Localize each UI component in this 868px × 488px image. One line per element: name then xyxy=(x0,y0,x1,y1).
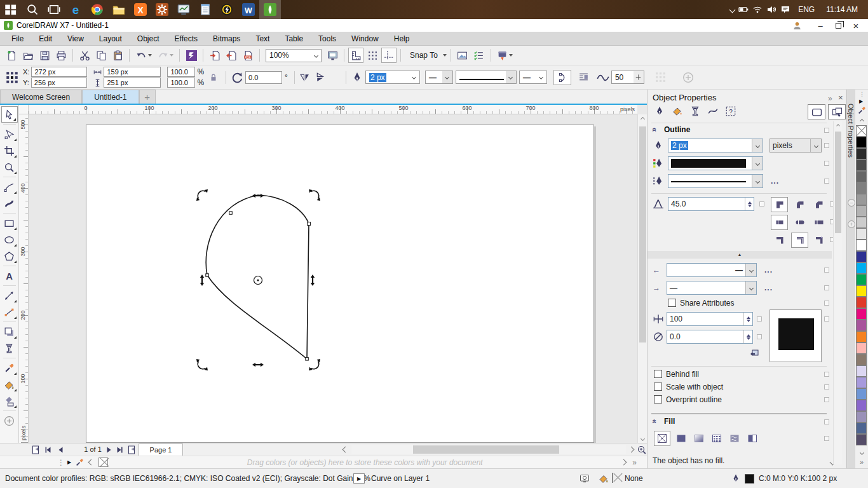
option-indicator[interactable] xyxy=(824,397,829,402)
zoom-tool[interactable] xyxy=(1,159,18,175)
zoom-in-icon[interactable] xyxy=(637,445,647,455)
line-cap-butt-button[interactable] xyxy=(771,215,788,230)
palette-swatch[interactable] xyxy=(856,377,867,388)
fill-pattern-button[interactable] xyxy=(709,431,725,446)
text-wrap-button[interactable] xyxy=(576,70,592,85)
frame-mode-button[interactable] xyxy=(808,104,825,119)
restore-button[interactable] xyxy=(830,20,846,31)
palette-swatch[interactable] xyxy=(856,137,867,148)
palette-eyedropper-icon[interactable] xyxy=(857,106,866,115)
corner-style-round-button[interactable] xyxy=(791,197,808,212)
palette-expand-icon[interactable]: + xyxy=(848,220,855,228)
horizontal-scrollbar-thumb[interactable] xyxy=(413,445,559,454)
import-button[interactable] xyxy=(207,48,222,63)
battery-icon[interactable] xyxy=(738,4,749,15)
fill-texture-button[interactable] xyxy=(726,431,743,446)
color-row-indicator[interactable] xyxy=(824,161,829,166)
palette-swatch[interactable] xyxy=(856,148,867,159)
mirror-vertical-button[interactable] xyxy=(313,70,328,85)
palette-swatch[interactable] xyxy=(856,308,867,320)
miter-indicator[interactable] xyxy=(759,201,764,207)
text-tool[interactable]: A xyxy=(1,268,18,284)
start-arrowhead-settings[interactable]: ... xyxy=(764,266,773,274)
previous-page-icon[interactable] xyxy=(56,445,66,455)
menu-file[interactable]: File xyxy=(4,33,31,44)
drop-shadow-tool[interactable] xyxy=(1,323,18,340)
docpal-flyout-icon[interactable]: ▶ xyxy=(67,459,71,465)
docker-tab-outline-icon[interactable] xyxy=(654,105,665,117)
start-arrowhead-combo[interactable]: — xyxy=(425,71,453,84)
option-indicator[interactable] xyxy=(824,384,829,390)
menu-layout[interactable]: Layout xyxy=(92,33,130,44)
palette-swatch[interactable] xyxy=(856,365,867,377)
palette-swatch[interactable] xyxy=(856,434,867,445)
palette-swatch[interactable] xyxy=(856,400,867,411)
stretch-indicator[interactable] xyxy=(757,316,762,322)
docker-tab-transparency-icon[interactable] xyxy=(689,105,701,117)
dimension-tool[interactable] xyxy=(1,287,18,304)
close-curve-button[interactable] xyxy=(553,70,571,85)
fill-fountain-button[interactable] xyxy=(691,431,707,446)
palette-swatch[interactable] xyxy=(856,411,867,423)
palette-none-swatch[interactable] xyxy=(856,125,867,137)
outline-section-indicator[interactable] xyxy=(824,128,829,133)
show-rulers-button[interactable] xyxy=(348,48,363,63)
outline-width-unit-combo[interactable]: pixels xyxy=(770,139,822,152)
print-button[interactable] xyxy=(53,48,69,63)
docpal-scroll-right-icon[interactable] xyxy=(621,459,627,466)
palette-swatch[interactable] xyxy=(856,423,867,434)
quick-customize-icon[interactable] xyxy=(682,72,694,83)
object-height-field[interactable]: 251 px xyxy=(104,78,161,88)
outline-position-inside-button[interactable] xyxy=(810,233,827,248)
palette-swatch[interactable] xyxy=(856,240,867,251)
scroll-down-icon[interactable] xyxy=(638,434,648,443)
scroll-up-icon[interactable] xyxy=(638,114,648,123)
taskbar-file-explorer-icon[interactable] xyxy=(108,0,130,19)
menu-object[interactable]: Object xyxy=(130,33,167,44)
palette-swatch[interactable] xyxy=(856,228,867,240)
selected-curve-object[interactable] xyxy=(29,114,637,443)
account-icon[interactable] xyxy=(792,21,802,30)
palette-swatch[interactable] xyxy=(856,274,867,285)
transparency-tool[interactable] xyxy=(1,340,18,356)
corner-style-miter-button[interactable] xyxy=(771,197,788,212)
application-launcher-button[interactable] xyxy=(495,48,515,63)
palette-swatch[interactable] xyxy=(856,251,867,262)
open-button[interactable] xyxy=(20,48,36,63)
share-attributes-checkbox[interactable]: Share Attributes xyxy=(668,299,734,308)
y-position-field[interactable]: 256 px xyxy=(31,78,87,88)
language-indicator[interactable]: ENG xyxy=(794,5,818,14)
end-arrow-indicator[interactable] xyxy=(824,285,829,290)
search-content-button[interactable] xyxy=(184,48,199,63)
interactive-fill-tool[interactable] xyxy=(1,393,18,409)
add-tools-tool[interactable] xyxy=(1,412,18,429)
fill-type-indicator[interactable] xyxy=(824,436,829,441)
show-grid-button[interactable] xyxy=(365,48,380,63)
shape-tool[interactable] xyxy=(1,126,18,142)
outline-collapse-bar[interactable]: ▲ xyxy=(648,251,832,259)
docker-end-arrowhead-combo[interactable]: — xyxy=(667,281,757,295)
palette-collapse-icon[interactable]: – xyxy=(848,199,855,207)
menu-help[interactable]: Help xyxy=(386,33,417,44)
end-arrowhead-settings[interactable]: ... xyxy=(764,283,773,292)
close-button[interactable]: × xyxy=(848,20,864,31)
show-guidelines-button[interactable] xyxy=(381,48,397,63)
snap-to-button[interactable]: Snap To xyxy=(405,51,440,60)
palette-swatch[interactable] xyxy=(856,388,867,400)
menu-bitmaps[interactable]: Bitmaps xyxy=(205,33,248,44)
scale-v-field[interactable]: 100.0 xyxy=(167,78,195,88)
fill-tool[interactable] xyxy=(1,376,18,393)
taskbar-search-icon[interactable] xyxy=(22,0,43,19)
outline-position-centered-button[interactable] xyxy=(791,233,808,248)
taskbar-performance-monitor-icon[interactable] xyxy=(173,0,194,19)
horizontal-scrollbar[interactable] xyxy=(351,445,626,454)
taskbar-xampp-icon[interactable]: X xyxy=(130,0,151,19)
start-arrow-indicator[interactable] xyxy=(824,268,829,273)
menu-table[interactable]: Table xyxy=(277,33,311,44)
palette-swatch[interactable] xyxy=(856,182,867,194)
object-width-field[interactable]: 159 px xyxy=(104,67,161,77)
end-arrowhead-combo[interactable]: — xyxy=(519,71,547,84)
snap-to-caret-icon[interactable] xyxy=(443,54,447,57)
save-button[interactable] xyxy=(37,48,52,63)
fullscreen-preview-button[interactable] xyxy=(325,48,340,63)
